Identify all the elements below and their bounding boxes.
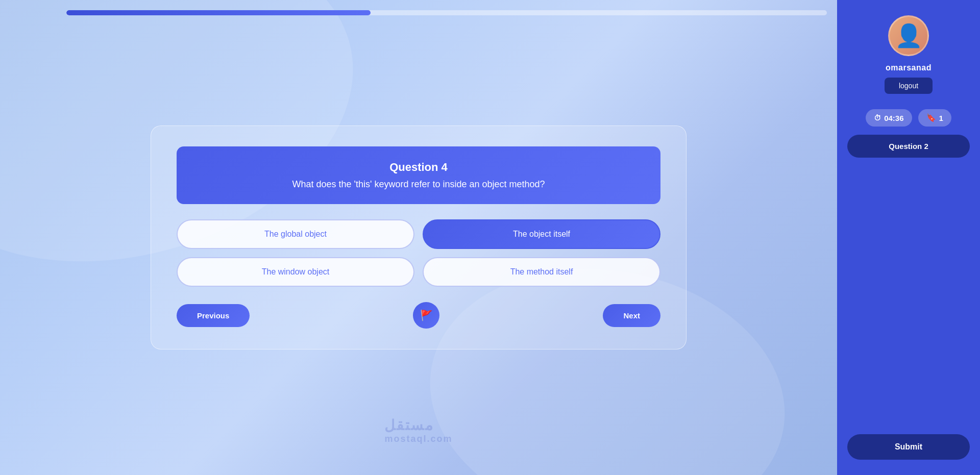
main-content: Question 4 What does the 'this' keyword … [0,0,837,475]
question-header: Question 4 What does the 'this' keyword … [177,146,660,204]
flag-button[interactable]: 🚩 [413,302,439,329]
watermark-line1: مستقل [384,417,452,434]
question-text: What does the 'this' keyword refer to in… [187,179,650,190]
flag-icon: 🚩 [420,309,433,321]
timer-badge: ⏱ 04:36 [866,109,912,127]
option-c[interactable]: The window object [177,257,414,287]
avatar: 👤 [888,15,929,56]
watermark-line2: mostaql.com [384,434,452,444]
progress-bar-container [66,10,827,15]
quiz-card: Question 4 What does the 'this' keyword … [151,126,687,349]
previous-button[interactable]: Previous [177,304,250,327]
option-d[interactable]: The method itself [423,257,660,287]
watermark: مستقل mostaql.com [384,417,452,444]
logout-button[interactable]: logout [885,78,933,94]
submit-button[interactable]: Submit [847,434,970,460]
progress-bar-fill [66,10,371,15]
question-nav-button[interactable]: Question 2 [847,135,970,158]
options-grid: The global object The object itself The … [177,219,660,287]
username: omarsanad [886,63,932,72]
bookmark-icon: 🔖 [926,113,936,122]
next-button[interactable]: Next [603,304,660,327]
bookmark-count: 1 [939,114,943,122]
timer-row: ⏱ 04:36 🔖 1 [847,109,970,127]
clock-icon: ⏱ [874,114,881,122]
option-b[interactable]: The object itself [423,219,660,249]
nav-row: Previous 🚩 Next [177,302,660,329]
sidebar: 👤 omarsanad logout ⏱ 04:36 🔖 1 Question … [837,0,980,475]
option-a[interactable]: The global object [177,219,414,249]
question-number: Question 4 [187,161,650,174]
timer-value: 04:36 [884,114,903,122]
avatar-container: 👤 [888,15,929,56]
bookmark-badge: 🔖 1 [918,109,951,127]
